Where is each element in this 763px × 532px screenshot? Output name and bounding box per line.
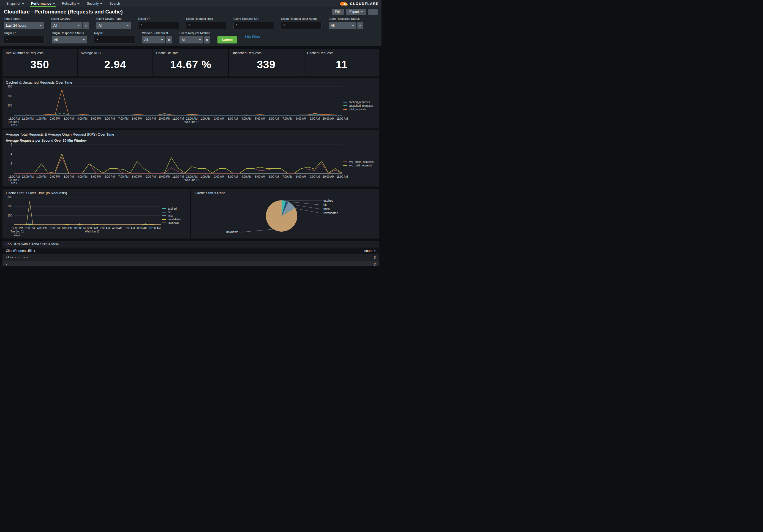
filter-select[interactable]: All [179,36,203,44]
clear-filter-button[interactable]: × [204,36,210,44]
svg-text:4:00 PM: 4:00 PM [37,227,47,230]
legend-label: uncached_requests [349,104,373,108]
filter-input[interactable] [186,22,226,29]
legend-item-avg_total_requests[interactable]: avg_total_requests [343,164,376,167]
legend-item-total_requests[interactable]: total_requests [343,108,376,111]
filter-ray-id: Ray ID [94,31,135,44]
svg-text:1:00 AM: 1:00 AM [200,175,211,178]
legend-item-uncached_requests[interactable]: uncached_requests [343,104,376,108]
column-header-count[interactable]: count ▲▼ [365,249,376,253]
more-button[interactable]: ... [368,9,378,15]
pie-label-revalidated: revalidated [323,211,338,215]
svg-text:5:00 AM: 5:00 AM [255,175,265,178]
sort-icon[interactable]: ▲▼ [374,249,376,252]
filter-label: Edge Response Status [329,17,363,20]
svg-text:9:00 PM: 9:00 PM [146,175,156,178]
panel-title: Cache Status Ratio [195,191,376,195]
svg-text:100: 100 [7,104,12,107]
legend-item-unknown[interactable]: unknown [162,221,187,225]
svg-text:11:00 PM: 11:00 PM [172,175,184,178]
filter-select[interactable]: All [51,22,82,29]
panel-avg-requests-over-time: Average Total Requests & Average Origin … [2,130,379,187]
svg-text:2:00 AM: 2:00 AM [214,117,224,120]
legend-swatch [162,216,166,216]
clear-filter-button[interactable]: × [82,22,89,29]
svg-text:7:00 AM: 7:00 AM [282,117,292,120]
stat-value: 14.67 % [156,55,225,74]
clear-filter-button[interactable]: × [166,36,172,44]
filter-time-range: Time RangeLast 24 hours [4,17,44,29]
svg-text:6: 6 [10,143,12,146]
filter-input[interactable] [233,22,274,29]
sort-icon[interactable]: ▲▼ [34,249,36,252]
svg-text:12:00 PM: 12:00 PM [22,117,34,120]
table-header-row: ClientRequestURI ▲▼ count ▲▼ [2,248,379,254]
legend-item-avg_origin_requests[interactable]: avg_origin_requests [343,160,376,164]
svg-text:9:00 PM: 9:00 PM [146,117,156,120]
svg-text:2: 2 [10,162,12,165]
legend-item-miss[interactable]: miss [162,214,187,218]
svg-text:3:00 AM: 3:00 AM [228,175,238,178]
legend-item-expired[interactable]: expired [162,207,187,211]
legend-item-hit[interactable]: hit [162,211,187,214]
panel-cached-uncached-over-time: Cached & Uncached Requests Over Time 100… [2,78,379,129]
legend-item-revalidated[interactable]: revalidated [162,218,187,221]
svg-text:5:00 AM: 5:00 AM [255,117,265,120]
filter-label: Worker Subrequest [142,31,172,35]
nav-item-reliability[interactable]: Reliability [58,0,83,7]
svg-text:2019: 2019 [11,124,17,127]
export-button[interactable]: Export [346,9,366,15]
stat-panel-cached-requests: Cached Requests11 [304,49,379,76]
stat-value: 2.94 [81,55,150,74]
svg-text:2019: 2019 [14,233,20,236]
filter-edge-response-status: Edge Response StatusAll× [329,17,363,29]
legend-swatch [343,161,347,162]
legend-swatch [343,105,347,106]
clear-filter-button[interactable]: × [357,22,363,29]
filter-client-request-user-agent: Client Request User Agent [281,17,321,29]
nav-item-snapshot[interactable]: Snapshot [3,0,28,7]
filter-label: Client Country [51,17,89,20]
filter-select[interactable]: All [329,22,356,29]
filter-input[interactable] [4,36,45,44]
nav-item-security[interactable]: Security [83,0,106,7]
dashboard-header: Cloudflare - Performance (Requests and C… [0,7,382,46]
nav-item-performance[interactable]: Performance [28,0,58,7]
svg-text:10:00 PM: 10:00 PM [159,175,170,178]
chevron-down-icon [53,3,55,4]
legend-swatch [343,165,347,166]
filter-input[interactable] [94,36,135,44]
legend-swatch [162,219,166,220]
submit-button[interactable]: Submit [217,36,237,44]
edit-button[interactable]: Edit [332,9,344,15]
filter-select[interactable]: Last 24 hours [4,22,44,29]
chevron-down-icon [22,3,24,4]
svg-text:4:00 AM: 4:00 AM [112,227,123,230]
brand-text: CLOUDFLARE [350,2,379,6]
svg-text:12:00 AM: 12:00 AM [186,175,198,178]
filter-input[interactable] [281,22,321,29]
filter-label: Client Device Type [96,17,131,20]
svg-text:6:00 AM: 6:00 AM [125,227,135,230]
filter-input[interactable] [138,22,179,29]
chevron-down-icon [161,39,163,41]
chevron-down-icon [78,25,80,26]
svg-text:8:00 PM: 8:00 PM [132,117,142,120]
legend-label: miss [167,214,173,218]
filter-select[interactable]: All [142,36,165,44]
filter-select[interactable]: All [52,36,87,44]
legend-item-cached_requests[interactable]: cached_requests [343,100,376,104]
svg-text:4:00 AM: 4:00 AM [241,175,252,178]
column-header-clientrequesturi[interactable]: ClientRequestURI ▲▼ [6,249,36,253]
filter-label: Time Range [4,17,44,20]
nav-item-search[interactable]: Search [106,0,124,7]
filter-select[interactable]: All [96,22,131,29]
uri-cell: / [6,262,8,266]
hide-filters-link[interactable]: Hide Filters [245,35,261,38]
svg-text:3:00 PM: 3:00 PM [63,117,74,120]
legend-label: unknown [167,221,179,225]
svg-text:6:00 PM: 6:00 PM [50,227,60,230]
chevron-down-icon [352,25,354,26]
svg-text:1:00 PM: 1:00 PM [36,175,47,178]
svg-text:2:00 PM: 2:00 PM [50,117,60,120]
